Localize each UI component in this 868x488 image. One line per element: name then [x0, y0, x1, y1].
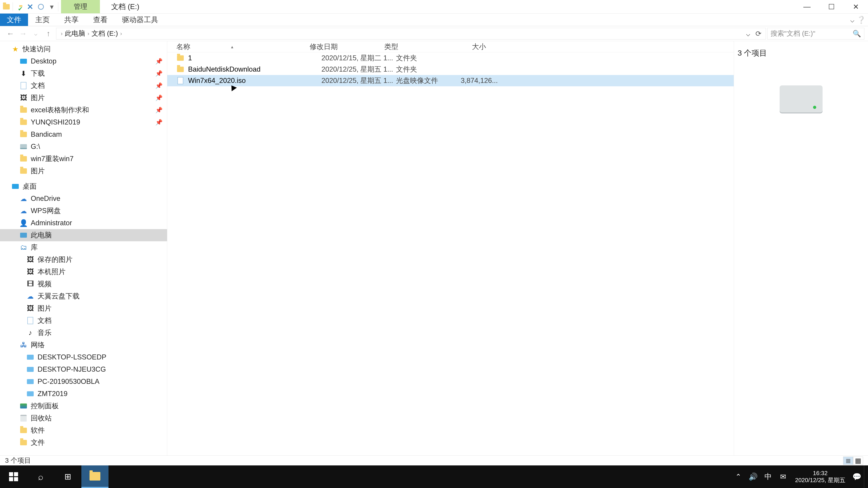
nav-network[interactable]: 🖧网络 — [0, 339, 167, 351]
nav-lib-savedpics[interactable]: 🖼保存的图片 — [0, 254, 167, 266]
nav-network-pc1[interactable]: DESKTOP-LSSOEDP — [0, 351, 167, 363]
close-button[interactable]: ✕ — [844, 0, 868, 13]
nav-folder-yunqishi[interactable]: YUNQISHI2019📌 — [0, 116, 167, 128]
nav-libraries[interactable]: 🗂库 — [0, 241, 167, 254]
nav-downloads[interactable]: ⬇下载📌 — [0, 67, 167, 79]
nav-lib-pictures[interactable]: 🖼图片 — [0, 302, 167, 315]
nav-lib-cameraroll[interactable]: 🖼本机照片 — [0, 266, 167, 278]
forward-button[interactable]: → — [17, 27, 29, 40]
nav-quick-access[interactable]: ★快速访问 — [0, 43, 167, 55]
nav-onedrive[interactable]: ☁OneDrive — [0, 193, 167, 205]
quick-access-toolbar: ✔ ✕ ▾ — [0, 2, 59, 12]
taskbar-file-explorer[interactable] — [81, 465, 108, 488]
drive-preview-icon — [780, 86, 823, 112]
tab-drive-tools[interactable]: 驱动器工具 — [115, 13, 165, 26]
address-dropdown-icon[interactable]: ⌵ — [746, 29, 750, 38]
nav-lib-videos[interactable]: 🎞视频 — [0, 278, 167, 290]
nav-folder-soft[interactable]: 软件 — [0, 424, 167, 436]
ime-indicator[interactable]: 中 — [761, 465, 776, 488]
properties-icon[interactable] — [36, 2, 46, 12]
nav-drive-g[interactable]: G:\ — [0, 140, 167, 153]
nav-lib-tianyi[interactable]: ☁天翼云盘下载 — [0, 290, 167, 302]
nav-user-admin[interactable]: 👤Administrator — [0, 217, 167, 229]
app-icon[interactable] — [1, 2, 11, 12]
nav-thispc[interactable]: 此电脑 — [0, 229, 167, 241]
tab-share[interactable]: 共享 — [57, 13, 86, 26]
address-bar[interactable]: › 此电脑 › 文档 (E:) › ⌵ ⟳ — [56, 28, 766, 39]
pin-icon: 📌 — [155, 119, 162, 126]
nav-label: Bandicam — [31, 130, 62, 138]
nav-network-pc4[interactable]: ZMT2019 — [0, 388, 167, 400]
column-name[interactable]: 名称▴ — [176, 42, 310, 52]
back-button[interactable]: ← — [4, 27, 17, 40]
nav-network-pc2[interactable]: DESKTOP-NJEU3CG — [0, 363, 167, 376]
tab-file[interactable]: 文件 — [0, 13, 28, 26]
checkmark-folder-icon[interactable]: ✔ — [14, 2, 24, 12]
taskbar: ⌕ ⊞ ⌃ 🔊 中 ✉ 16:32 2020/12/25, 星期五 💬 — [0, 465, 868, 488]
file-row[interactable]: Win7x64_2020.iso2020/12/25, 星期五 1...光盘映像… — [167, 75, 734, 86]
contextual-tab-group: 管理 — [61, 0, 100, 13]
nav-folder-files[interactable]: 文件 — [0, 436, 167, 449]
close-icon[interactable]: ✕ — [25, 2, 35, 12]
chevron-right-icon[interactable]: › — [88, 31, 89, 37]
nav-lib-documents[interactable]: 文档 — [0, 315, 167, 327]
task-view-button[interactable]: ⊞ — [54, 465, 81, 488]
tab-manage[interactable]: 管理 — [61, 0, 100, 13]
view-thumbnails-button[interactable]: ▦ — [853, 457, 863, 465]
nav-recycle-bin[interactable]: 回收站 — [0, 412, 167, 424]
show-desktop-button[interactable] — [864, 465, 868, 488]
nav-label: 软件 — [31, 426, 45, 435]
start-button[interactable] — [0, 465, 27, 488]
breadcrumb-thispc[interactable]: 此电脑 — [65, 29, 85, 38]
nav-folder-win7[interactable]: win7重装win7 — [0, 153, 167, 165]
file-row[interactable]: BaiduNetdiskDownload2020/12/25, 星期五 1...… — [167, 64, 734, 75]
view-details-button[interactable]: ≣ — [843, 457, 853, 465]
system-tray: ⌃ 🔊 中 ✉ 16:32 2020/12/25, 星期五 💬 — [731, 465, 868, 488]
mail-tray-icon[interactable]: ✉ — [776, 465, 790, 488]
chevron-right-icon[interactable]: › — [120, 31, 122, 37]
search-input[interactable]: 搜索"文档 (E:)" 🔍 — [767, 28, 864, 39]
search-icon[interactable]: 🔍 — [852, 30, 861, 37]
search-button[interactable]: ⌕ — [27, 465, 54, 488]
chevron-right-icon[interactable]: › — [61, 31, 63, 37]
file-date: 2020/12/25, 星期五 1... — [321, 65, 396, 74]
tab-home[interactable]: 主页 — [28, 13, 57, 26]
file-row[interactable]: 12020/12/15, 星期二 1...文件夹 — [167, 53, 734, 64]
nav-wps[interactable]: ☁WPS网盘 — [0, 205, 167, 217]
volume-icon[interactable]: 🔊 — [746, 465, 761, 488]
cloud-icon: ☁ — [20, 207, 28, 215]
column-headers: 名称▴ 修改日期 类型 大小 — [167, 41, 734, 53]
column-type[interactable]: 类型 — [384, 42, 445, 52]
nav-lib-music[interactable]: ♪音乐 — [0, 327, 167, 339]
refresh-icon[interactable]: ⟳ — [755, 29, 762, 38]
file-date: 2020/12/25, 星期五 1... — [321, 76, 396, 86]
tray-overflow-icon[interactable]: ⌃ — [731, 465, 746, 488]
action-center-icon[interactable]: 💬 — [850, 465, 864, 488]
column-date[interactable]: 修改日期 — [310, 42, 384, 52]
file-name: 1 — [188, 54, 321, 62]
content-area: 名称▴ 修改日期 类型 大小 12020/12/15, 星期二 1...文件夹B… — [167, 41, 868, 464]
clock[interactable]: 16:32 2020/12/25, 星期五 — [790, 470, 850, 484]
up-button[interactable]: ↑ — [42, 27, 55, 40]
maximize-button[interactable]: ☐ — [819, 0, 844, 13]
recent-dropdown-icon[interactable]: ⌵ — [29, 27, 42, 40]
nav-folder-excel[interactable]: excel表格制作求和📌 — [0, 104, 167, 116]
nav-network-pc3[interactable]: PC-20190530OBLA — [0, 376, 167, 388]
nav-desktop-root[interactable]: 桌面 — [0, 180, 167, 193]
tab-view[interactable]: 查看 — [86, 13, 115, 26]
nav-folder-pictures2[interactable]: 图片 — [0, 165, 167, 177]
control-panel-icon — [20, 402, 28, 410]
nav-control-panel[interactable]: 控制面板 — [0, 400, 167, 412]
ribbon-collapse-icon[interactable]: ⌵ — [848, 13, 857, 26]
qat-dropdown-icon[interactable]: ▾ — [47, 2, 57, 12]
column-size[interactable]: 大小 — [445, 42, 486, 52]
nav-desktop[interactable]: Desktop📌 — [0, 55, 167, 67]
status-bar: 3 个项目 ≣ ▦ — [0, 455, 868, 465]
nav-pictures[interactable]: 🖼图片📌 — [0, 92, 167, 104]
breadcrumb-drive[interactable]: 文档 (E:) — [92, 29, 118, 38]
minimize-button[interactable]: — — [795, 0, 819, 13]
nav-label: 网络 — [31, 340, 45, 350]
nav-folder-bandicam[interactable]: Bandicam — [0, 128, 167, 140]
nav-documents[interactable]: 文档📌 — [0, 79, 167, 92]
help-icon[interactable]: ❔ — [857, 13, 866, 26]
